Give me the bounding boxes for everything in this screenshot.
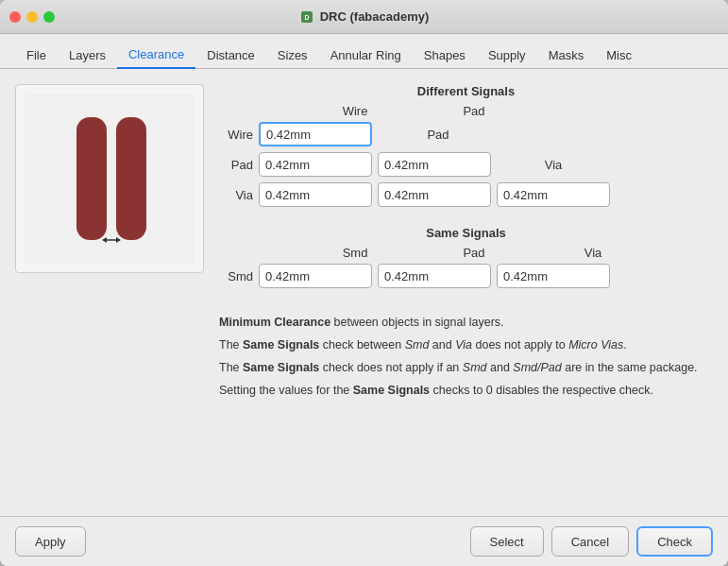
smd-pad-input[interactable] bbox=[378, 264, 491, 288]
different-signals-section: Different Signals Wire Pad Wire Pad bbox=[219, 84, 713, 213]
svg-rect-2 bbox=[25, 94, 195, 264]
tab-layers[interactable]: Layers bbox=[58, 43, 117, 68]
tab-supply[interactable]: Supply bbox=[477, 43, 537, 68]
via-header-inline: Via bbox=[497, 158, 610, 172]
settings-panel: Different Signals Wire Pad Wire Pad bbox=[219, 84, 713, 501]
smd-row-label: Smd bbox=[219, 269, 253, 283]
footer: Apply Select Cancel Check bbox=[0, 516, 728, 566]
info-line-3: The Same Signals check does not apply if… bbox=[219, 358, 713, 377]
smd-row: Smd bbox=[219, 264, 713, 288]
via-pad-input[interactable] bbox=[378, 182, 491, 207]
tab-annular-ring[interactable]: Annular Ring bbox=[319, 43, 413, 68]
window-title: DRC (fabacademy) bbox=[320, 9, 430, 24]
svg-text:D: D bbox=[304, 14, 309, 21]
info-section: Minimum Clearance between objects in sig… bbox=[219, 313, 713, 403]
smd-col-header: Smd bbox=[298, 246, 412, 260]
pad-wire-input[interactable] bbox=[259, 152, 372, 177]
maximize-button[interactable] bbox=[43, 11, 55, 23]
tab-masks[interactable]: Masks bbox=[537, 43, 596, 68]
footer-left: Apply bbox=[15, 526, 86, 557]
apply-button[interactable]: Apply bbox=[15, 526, 86, 557]
check-button[interactable]: Check bbox=[636, 526, 713, 557]
via-via-input[interactable] bbox=[497, 182, 610, 207]
pad-pad-input[interactable] bbox=[378, 152, 491, 177]
select-button[interactable]: Select bbox=[470, 526, 544, 557]
info-line-1: Minimum Clearance between objects in sig… bbox=[219, 313, 713, 332]
pad-header-inline: Pad bbox=[381, 128, 495, 142]
same-signals-section: Same Signals Smd Pad Via Smd bbox=[219, 226, 713, 294]
wire-wire-input[interactable] bbox=[259, 122, 372, 146]
different-signals-title: Different Signals bbox=[219, 84, 713, 98]
same-via-col-header: Via bbox=[536, 246, 650, 260]
same-pad-col-header: Pad bbox=[417, 246, 531, 260]
wire-row: Wire Pad bbox=[219, 122, 713, 146]
tab-shapes[interactable]: Shapes bbox=[413, 43, 477, 68]
smd-via-input[interactable] bbox=[497, 264, 610, 288]
main-window: D DRC (fabacademy) File Layers Clearance… bbox=[0, 0, 728, 566]
minimize-button[interactable] bbox=[26, 11, 38, 23]
drc-icon: D bbox=[299, 9, 314, 25]
pad-col-header: Pad bbox=[417, 104, 531, 118]
smd-smd-input[interactable] bbox=[259, 264, 372, 288]
info-line-4: Setting the values for the Same Signals … bbox=[219, 381, 713, 400]
different-signals-header: Wire Pad bbox=[219, 104, 713, 118]
via-row-label: Via bbox=[219, 188, 253, 202]
same-signals-title: Same Signals bbox=[219, 226, 713, 240]
same-signals-header: Smd Pad Via bbox=[219, 246, 713, 260]
wire-col-header: Wire bbox=[298, 104, 412, 118]
tab-bar: File Layers Clearance Distance Sizes Ann… bbox=[0, 34, 728, 69]
pad-row: Pad Via bbox=[219, 152, 713, 177]
pad-row-label: Pad bbox=[219, 158, 253, 172]
svg-rect-3 bbox=[76, 117, 107, 240]
titlebar: D DRC (fabacademy) bbox=[0, 0, 728, 34]
tab-sizes[interactable]: Sizes bbox=[266, 43, 319, 68]
tab-file[interactable]: File bbox=[15, 43, 58, 68]
tab-distance[interactable]: Distance bbox=[195, 43, 266, 68]
info-line-2: The Same Signals check between Smd and V… bbox=[219, 335, 713, 354]
tab-clearance[interactable]: Clearance bbox=[117, 42, 195, 69]
tab-misc[interactable]: Misc bbox=[595, 43, 643, 68]
wire-row-label: Wire bbox=[219, 128, 253, 142]
via-row: Via bbox=[219, 182, 713, 207]
footer-right: Select Cancel Check bbox=[470, 526, 713, 557]
window-controls bbox=[9, 11, 55, 23]
close-button[interactable] bbox=[9, 11, 21, 23]
via-wire-input[interactable] bbox=[259, 182, 372, 207]
cancel-button[interactable]: Cancel bbox=[551, 526, 629, 557]
content-area: Different Signals Wire Pad Wire Pad bbox=[0, 69, 728, 516]
preview-svg bbox=[25, 94, 195, 264]
svg-rect-4 bbox=[116, 117, 146, 240]
preview-panel bbox=[15, 84, 204, 273]
